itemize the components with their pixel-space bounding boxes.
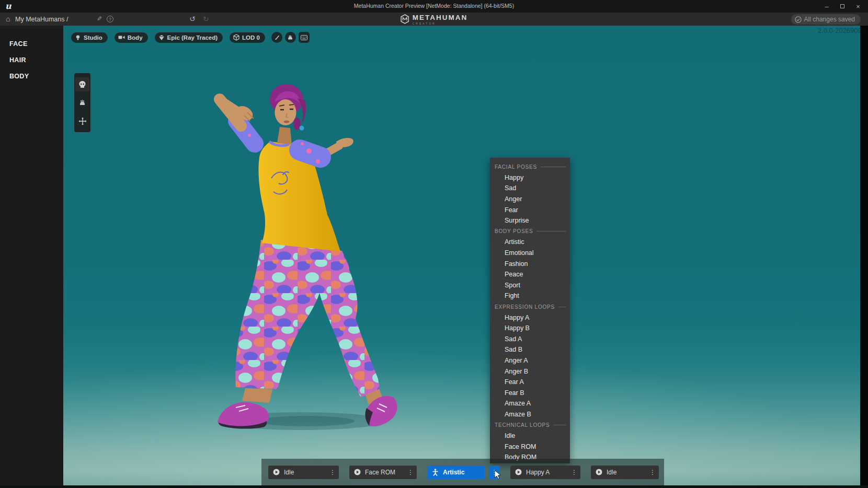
right-edge-strip bbox=[860, 26, 868, 488]
sidebar: FACE HAIR BODY bbox=[0, 26, 63, 488]
pose-menu-section-title: TECHNICAL LOOPS bbox=[495, 422, 550, 428]
metahuman-character bbox=[63, 26, 860, 485]
minimize-icon[interactable]: – bbox=[819, 0, 835, 13]
studio-light-icon bbox=[75, 34, 81, 41]
pose-menu-item-label: Anger A bbox=[505, 357, 528, 364]
pose-menu-item[interactable]: ✓ Fashion bbox=[490, 258, 570, 269]
title-bar: u MetaHuman Creator Preview [NetMode: St… bbox=[0, 0, 868, 13]
pose-menu-item[interactable]: ✓ Fight bbox=[490, 291, 570, 301]
help-icon[interactable]: ? bbox=[107, 16, 113, 22]
viewport-canvas[interactable]: Studio Body Epic (Ray Traced) LOD 0 bbox=[63, 26, 860, 485]
pose-menu-item[interactable]: ✓ Fear B bbox=[490, 387, 570, 398]
pose-menu-section-title: BODY POSES bbox=[495, 228, 533, 234]
pose-menu-item[interactable]: ✓ Surprise bbox=[490, 215, 570, 226]
section-divider bbox=[558, 307, 566, 307]
edit-name-icon[interactable]: ✎ bbox=[97, 15, 102, 22]
home-icon[interactable]: ⌂ bbox=[6, 15, 10, 23]
pose-menu-item-label: Happy A bbox=[505, 314, 529, 321]
pose-menu-item-label: Happy bbox=[505, 174, 523, 181]
sidebar-section-title: HAIR bbox=[9, 55, 63, 65]
dropdown-menu-button[interactable] bbox=[568, 469, 580, 476]
sidebar-section: BODY bbox=[9, 72, 63, 81]
sculpt-hand-icon[interactable] bbox=[75, 96, 89, 110]
move-gizmo-icon[interactable] bbox=[75, 114, 89, 128]
pose-menu-item[interactable]: ✓ Idle bbox=[490, 431, 570, 441]
pose-menu-item[interactable]: ✓ Face ROM bbox=[490, 441, 570, 452]
pose-menu-item-label: Amaze A bbox=[505, 400, 531, 407]
maximize-icon[interactable] bbox=[835, 0, 850, 13]
pose-menu-item[interactable]: ✓ Fear bbox=[490, 204, 570, 215]
expression-loop-dropdown[interactable]: Happy A bbox=[510, 466, 580, 479]
sidebar-section-title: BODY bbox=[9, 72, 63, 81]
body-pose-dropdown[interactable]: Artistic bbox=[427, 466, 485, 479]
pose-menu-item[interactable]: ✓ Amaze B bbox=[490, 409, 570, 420]
pose-menu-item-label: Idle bbox=[505, 432, 515, 439]
body-loop-dropdown[interactable]: Idle bbox=[268, 466, 339, 479]
section-divider bbox=[554, 425, 566, 425]
technical-loop-dropdown[interactable]: Idle bbox=[591, 466, 659, 479]
pose-menu-item[interactable]: ✓ Anger A bbox=[490, 355, 570, 366]
pose-menu-item[interactable]: ✓ Happy bbox=[490, 172, 570, 183]
breadcrumb[interactable]: My MetaHumans / bbox=[15, 16, 68, 23]
pose-menu-item[interactable]: ✓ Sport bbox=[490, 280, 570, 291]
lod-cube-icon bbox=[233, 34, 239, 41]
pose-menu-item[interactable]: ✓ Sad bbox=[490, 183, 570, 194]
play-circle-icon bbox=[515, 469, 522, 475]
metahuman-logo: METAHUMAN CREATOR bbox=[401, 14, 468, 25]
header-bar: ⌂ My MetaHumans / ✎ ? ↺ ↻ METAHUMAN CREA… bbox=[0, 13, 868, 26]
pose-menu-item-label: Fear B bbox=[505, 389, 524, 397]
pose-menu-section-title: FACIAL POSES bbox=[495, 164, 537, 170]
section-divider bbox=[536, 231, 566, 231]
brush-icon[interactable] bbox=[271, 32, 282, 43]
pose-menu-item[interactable]: ✓ Anger bbox=[490, 194, 570, 205]
save-status-text: All changes saved bbox=[804, 16, 855, 23]
pose-menu-item[interactable]: ✓ Peace bbox=[490, 269, 570, 280]
pose-menu-section: EXPRESSION LOOPS ✓ Happy A ✓ Happy B ✓ S… bbox=[490, 301, 570, 420]
dropdown-menu-button[interactable] bbox=[404, 469, 417, 476]
pose-menu-item[interactable]: ✓ Happy B bbox=[490, 323, 570, 334]
pose-menu-section: FACIAL POSES ✓ Happy ✓ Sad ✓ Anger bbox=[490, 161, 570, 226]
pose-menu-item[interactable]: ✓ Sad A bbox=[490, 334, 570, 345]
pose-menu-item[interactable]: ✓ Sad B bbox=[490, 344, 570, 355]
pose-menu-item-label: Anger B bbox=[505, 368, 528, 375]
pose-menu-item[interactable]: ✓ Happy A bbox=[490, 312, 570, 323]
pose-menu-item-label: Happy B bbox=[505, 324, 530, 332]
build-version: 2.0.0-20269098 bbox=[818, 27, 865, 34]
pose-body-icon bbox=[432, 469, 439, 476]
pose-menu-item[interactable]: ✓ Fear A bbox=[490, 377, 570, 388]
pose-menu-item-label: Amaze B bbox=[505, 411, 531, 418]
dropdown-menu-button[interactable] bbox=[646, 469, 659, 476]
logo-subtext: CREATOR bbox=[413, 22, 468, 25]
pose-menu-item-label: Fight bbox=[505, 292, 519, 299]
pose-menu-item-label: Sad A bbox=[505, 335, 522, 343]
quality-button[interactable]: Epic (Ray Traced) bbox=[155, 32, 223, 43]
face-select-icon[interactable] bbox=[75, 77, 89, 91]
mouse-cursor bbox=[494, 470, 501, 480]
face-loop-dropdown[interactable]: Face ROM bbox=[349, 466, 417, 479]
sculpt-icon[interactable] bbox=[285, 32, 296, 43]
pose-menu-item[interactable]: ✓ Artistic bbox=[490, 237, 570, 248]
camera-body-button[interactable]: Body bbox=[115, 32, 148, 43]
pose-menu-item-label: Fear A bbox=[505, 378, 524, 386]
undo-icon[interactable]: ↺ bbox=[189, 15, 196, 23]
pose-menu-section: TECHNICAL LOOPS ✓ Idle ✓ Face ROM ✓ Body bbox=[490, 420, 570, 462]
pose-menu-item[interactable]: ✓ Amaze A bbox=[490, 398, 570, 409]
pose-menu: FACIAL POSES ✓ Happy ✓ Sad ✓ Anger bbox=[490, 158, 570, 463]
dropdown-menu-button[interactable] bbox=[326, 469, 339, 476]
keyboard-shortcuts-icon[interactable] bbox=[299, 32, 310, 43]
window-title: MetaHuman Creator Preview [NetMode: Stan… bbox=[354, 3, 514, 9]
sidebar-section-title: FACE bbox=[9, 39, 63, 49]
pose-menu-item-label: Emotional bbox=[505, 249, 534, 257]
playback-bar: Idle Face ROM Artistic Happy A bbox=[261, 459, 664, 485]
close-icon[interactable]: × bbox=[850, 0, 866, 13]
unreal-engine-logo-icon: u bbox=[5, 1, 12, 11]
redo-icon[interactable]: ↻ bbox=[203, 15, 209, 23]
lod-button[interactable]: LOD 0 bbox=[230, 32, 265, 43]
save-status-badge: All changes saved bbox=[791, 14, 861, 25]
pose-menu-item[interactable]: ✓ Emotional bbox=[490, 248, 570, 259]
sidebar-section: FACE bbox=[9, 39, 63, 49]
pose-menu-item[interactable]: ✓ Anger B bbox=[490, 366, 570, 377]
studio-environment-button[interactable]: Studio bbox=[71, 32, 108, 43]
logo-text: METAHUMAN bbox=[413, 14, 468, 21]
metahuman-hex-icon bbox=[401, 14, 409, 24]
